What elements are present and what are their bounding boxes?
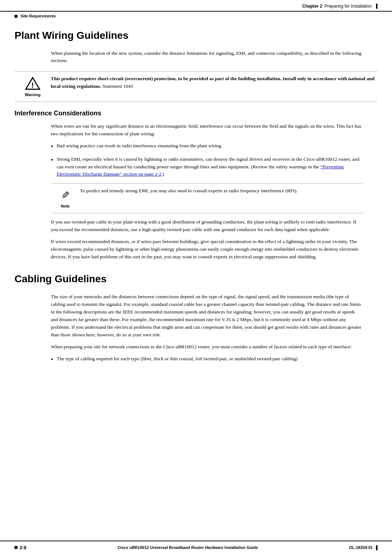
bullet-1-text: Bad wiring practice can result in radio … — [57, 142, 222, 150]
bullet-2-text: Strong EMI, especially when it is caused… — [57, 156, 363, 178]
cabling-para1: The size of your networks and the distan… — [51, 293, 363, 339]
interference-intro: When wires are run for any significant d… — [51, 123, 363, 138]
note-body: To predict and remedy strong EMI, you ma… — [80, 188, 298, 193]
header-right: Chapter 2 Preparing for Installation — [302, 3, 377, 9]
warning-triangle-icon: ! — [25, 77, 41, 90]
cabling-title: Cabling Guidelines — [15, 271, 377, 287]
interference-title: Interference Considerations — [15, 108, 377, 118]
note-label: Note — [61, 203, 70, 209]
svg-text:!: ! — [32, 81, 34, 90]
footer-doc-title: Cisco uBR10012 Universal Broadband Route… — [118, 545, 258, 551]
footer-doc-number-text: OL-18259-01 — [349, 545, 372, 550]
lightning-para: If wires exceed recommended distances, o… — [51, 238, 363, 261]
cabling-block: The size of your networks and the distan… — [51, 293, 363, 365]
plant-wiring-intro-block: When planning the location of the new sy… — [51, 50, 363, 65]
cabling-para2: When preparing your site for network con… — [51, 343, 363, 351]
footer: 2-8 Cisco uBR10012 Universal Broadband R… — [0, 541, 392, 554]
header-chapter: Chapter 2 — [302, 3, 322, 9]
sub-header-label: Site Requirements — [21, 14, 56, 18]
list-item: Bad wiring practice can result in radio … — [51, 142, 363, 152]
warning-text: This product requires short-circuit (ove… — [51, 75, 377, 90]
list-item: Strong EMI, especially when it is caused… — [51, 156, 363, 178]
warning-icon-area: ! Warning — [15, 75, 51, 98]
interference-bullet-list: Bad wiring practice can result in radio … — [51, 142, 363, 178]
sub-header-square-icon — [15, 15, 17, 18]
note-pencil-icon: ✎ — [61, 188, 70, 203]
main-content: Plant Wiring Guidelines When planning th… — [0, 21, 392, 390]
warning-bold-text: This product requires short-circuit (ove… — [51, 76, 375, 89]
warning-normal-text: Statement 1045 — [101, 83, 133, 89]
page: Chapter 2 Preparing for Installation Sit… — [0, 0, 392, 554]
note-icon-area: ✎ Note — [51, 187, 80, 209]
cabling-bullet-list: The type of cabling required for each ty… — [51, 355, 363, 365]
warning-label: Warning — [25, 92, 41, 98]
note-box: ✎ Note To predict and remedy strong EMI,… — [51, 183, 363, 213]
top-header: Chapter 2 Preparing for Installation — [0, 0, 392, 12]
twisted-pair-para: If you use twisted-pair cable in your pl… — [51, 218, 363, 234]
plant-wiring-title: Plant Wiring Guidelines — [15, 28, 377, 43]
footer-square-icon — [15, 546, 17, 549]
footer-page-number: 2-8 — [20, 544, 26, 551]
footer-bar-icon — [376, 545, 377, 550]
note-text: To predict and remedy strong EMI, you ma… — [80, 187, 363, 194]
footer-doc-number: OL-18259-01 — [349, 545, 377, 551]
warning-box: ! Warning This product requires short-ci… — [15, 71, 377, 102]
header-chapter-title: Preparing for Installation — [324, 3, 372, 9]
preventing-esd-link[interactable]: “Preventing Electrostatic Discharge Dama… — [57, 164, 344, 177]
cabling-bullet-1: The type of cabling required for each ty… — [57, 355, 298, 363]
plant-wiring-intro: When planning the location of the new sy… — [51, 50, 363, 65]
sub-header: Site Requirements — [0, 12, 392, 21]
header-bar-icon — [376, 4, 377, 9]
list-item: The type of cabling required for each ty… — [51, 355, 363, 365]
interference-block: When wires are run for any significant d… — [51, 123, 363, 261]
footer-left: 2-8 — [15, 544, 26, 551]
